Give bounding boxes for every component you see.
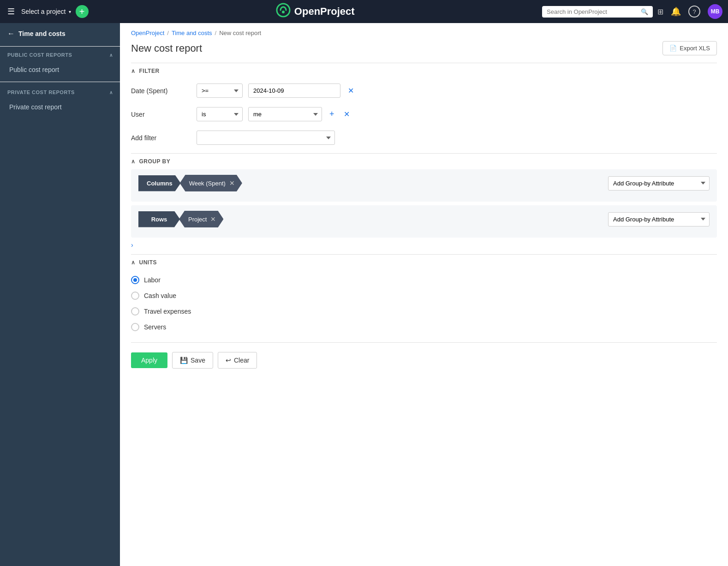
user-filter-add[interactable]: + [328, 109, 336, 119]
project-selector[interactable]: Select a project ▾ [21, 8, 71, 15]
rows-tag: Project ✕ [179, 211, 223, 227]
rows-group-by-row: Rows Project ✕ Add Group-by Attribute [138, 211, 710, 227]
rows-label: Rows [138, 211, 180, 227]
page-title: New cost report [131, 42, 202, 54]
rows-group-by-container: Rows Project ✕ Add Group-by Attribute [131, 205, 717, 238]
sidebar-back-button[interactable]: ← Time and costs [0, 23, 120, 44]
save-label: Save [191, 357, 205, 364]
columns-tag: Week (Spent) ✕ [180, 175, 242, 191]
radio-servers-label: Servers [144, 323, 166, 331]
radio-travel-expenses[interactable]: Travel expenses [131, 307, 717, 316]
breadcrumb-sep2: / [215, 30, 217, 36]
svg-point-0 [277, 4, 290, 17]
sidebar-item-private-cost-report[interactable]: Private cost report [0, 99, 120, 115]
filter-section-header[interactable]: ∧ FILTER [131, 63, 717, 79]
radio-cash-value-label: Cash value [144, 292, 176, 299]
grid-icon[interactable]: ⊞ [657, 7, 663, 16]
nav-icons: ⊞ 🔔 ? MB [657, 4, 722, 19]
clear-icon: ↩ [226, 357, 231, 364]
date-filter-row: Date (Spent) >= <= = between ✕ [131, 79, 717, 102]
user-operator-select[interactable]: is is not [197, 107, 243, 121]
export-label: Export XLS [680, 45, 710, 52]
units-header-label: UNITS [139, 259, 157, 266]
help-icon[interactable]: ? [688, 6, 700, 18]
public-reports-section-header[interactable]: PUBLIC COST REPORTS ∧ [0, 48, 120, 61]
radio-cash-value[interactable]: Cash value [131, 292, 717, 300]
expand-area: › [131, 241, 717, 250]
columns-tag-remove[interactable]: ✕ [229, 179, 235, 187]
action-bar: Apply 💾 Save ↩ Clear [131, 342, 717, 370]
filter-chevron: ∧ [131, 68, 136, 74]
units-section-header[interactable]: ∧ UNITS [131, 254, 717, 270]
svg-point-1 [282, 11, 285, 13]
group-by-chevron: ∧ [131, 158, 136, 165]
columns-label: Columns [138, 175, 181, 191]
apply-button[interactable]: Apply [131, 352, 167, 368]
breadcrumb-sep1: / [167, 30, 169, 36]
bell-icon[interactable]: 🔔 [671, 6, 681, 17]
radio-servers-circle [131, 323, 139, 331]
add-project-button[interactable]: + [76, 5, 89, 18]
units-chevron: ∧ [131, 259, 136, 266]
radio-labor[interactable]: Labor [131, 276, 717, 284]
sidebar-item-public-cost-report[interactable]: Public cost report [0, 61, 120, 78]
report-content: ∧ FILTER Date (Spent) >= <= = between ✕ … [120, 63, 728, 381]
filter-header-label: FILTER [139, 68, 160, 74]
avatar[interactable]: MB [708, 4, 722, 19]
public-reports-header-label: PUBLIC COST REPORTS [7, 52, 72, 58]
user-filter-row: User is is not me anyone + ✕ [131, 102, 717, 126]
breadcrumb-current: New cost report [219, 30, 261, 36]
breadcrumb-parent[interactable]: Time and costs [172, 30, 212, 36]
breadcrumb: OpenProject / Time and costs / New cost … [120, 23, 728, 36]
search-box[interactable]: 🔍 [542, 6, 653, 18]
private-reports-section-header[interactable]: PRIVATE COST REPORTS ∧ [0, 86, 120, 99]
group-by-header-label: GROUP BY [139, 158, 171, 165]
project-select-arrow: ▾ [69, 9, 71, 14]
radio-cash-value-circle [131, 292, 139, 300]
app-logo: OpenProject [93, 3, 538, 21]
add-filter-row: Add filter [131, 126, 717, 149]
add-filter-select[interactable] [197, 131, 335, 145]
columns-group-by-row: Columns Week (Spent) ✕ Add Group-by Attr… [138, 175, 710, 191]
main-content: OpenProject / Time and costs / New cost … [120, 23, 728, 566]
logo-text: OpenProject [294, 6, 355, 18]
radio-servers[interactable]: Servers [131, 323, 717, 331]
expand-icon[interactable]: › [131, 241, 133, 249]
private-reports-chevron: ∧ [109, 90, 113, 95]
export-xls-button[interactable]: 📄 Export XLS [662, 41, 717, 55]
user-value-select[interactable]: me anyone [248, 107, 322, 121]
user-filter-clear[interactable]: ✕ [342, 110, 352, 119]
radio-travel-expenses-circle [131, 307, 139, 316]
radio-labor-circle [131, 276, 139, 284]
date-filter-label: Date (Spent) [131, 87, 191, 95]
sidebar-module-title: Time and costs [18, 30, 66, 37]
columns-tag-label: Week (Spent) [189, 180, 226, 187]
user-filter-label: User [131, 111, 191, 118]
radio-travel-expenses-label: Travel expenses [144, 308, 191, 315]
columns-add-select[interactable]: Add Group-by Attribute [608, 176, 710, 191]
date-value-input[interactable] [248, 83, 340, 98]
hamburger-icon[interactable]: ☰ [6, 5, 17, 18]
page-header: New cost report 📄 Export XLS [120, 36, 728, 63]
units-radio-group: Labor Cash value Travel expenses Servers [131, 270, 717, 337]
clear-button[interactable]: ↩ Clear [218, 352, 257, 369]
project-select-label: Select a project [21, 8, 66, 15]
rows-tag-label: Project [188, 216, 207, 223]
rows-tag-remove[interactable]: ✕ [210, 215, 216, 223]
date-operator-select[interactable]: >= <= = between [197, 83, 243, 98]
radio-labor-label: Labor [144, 276, 161, 284]
search-icon: 🔍 [641, 8, 648, 15]
sidebar: ← Time and costs PUBLIC COST REPORTS ∧ P… [0, 23, 120, 566]
top-navigation: ☰ Select a project ▾ + OpenProject 🔍 ⊞ 🔔… [0, 0, 728, 23]
clear-label: Clear [234, 357, 249, 364]
columns-add-attribute: Add Group-by Attribute [608, 176, 710, 191]
private-reports-header-label: PRIVATE COST REPORTS [7, 89, 75, 95]
date-filter-clear[interactable]: ✕ [346, 86, 356, 95]
group-by-section-header[interactable]: ∧ GROUP BY [131, 153, 717, 169]
rows-add-select[interactable]: Add Group-by Attribute [608, 212, 710, 226]
search-input[interactable] [547, 8, 638, 15]
add-filter-label: Add filter [131, 134, 191, 142]
save-button[interactable]: 💾 Save [172, 352, 213, 369]
breadcrumb-home[interactable]: OpenProject [131, 30, 164, 36]
rows-add-attribute: Add Group-by Attribute [608, 212, 710, 226]
